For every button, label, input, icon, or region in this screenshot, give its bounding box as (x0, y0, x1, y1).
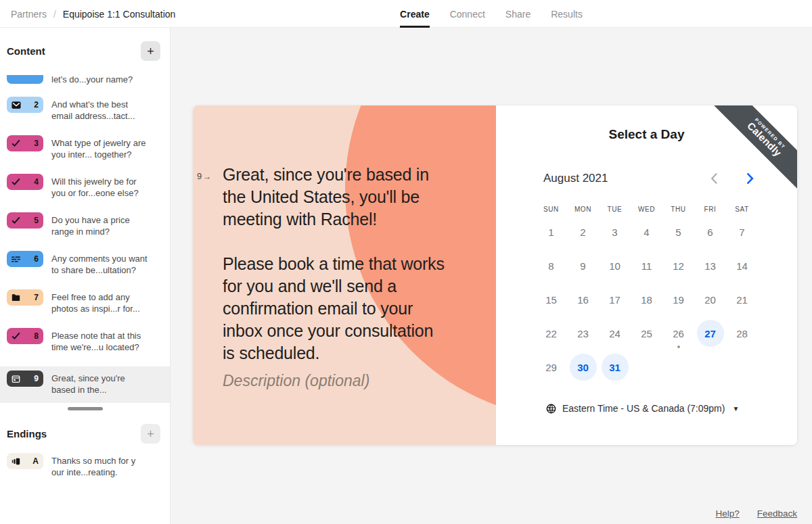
item-number: 6 (34, 254, 39, 264)
content-list-item[interactable]: 2And what's the best email address...tac… (0, 97, 170, 128)
content-list-item[interactable]: 4Will this jewelry be for you or for...e… (0, 174, 170, 205)
content-header: Content + (0, 28, 170, 70)
content-list-item[interactable]: let's do...your name? (0, 70, 170, 88)
breadcrumb-form-title[interactable]: Equipoise 1:1 Consultation (63, 9, 176, 20)
endings-list: AThanks so much for y our inte...reating… (0, 453, 170, 484)
calendar-day: 2 (570, 218, 597, 245)
calendar-day: 4 (633, 218, 660, 245)
item-label: Feel free to add any photos as inspi...r… (51, 289, 140, 314)
weekday-header-row: SUNMONTUEWEDTHUFRISAT (535, 206, 758, 213)
content-list-item[interactable]: 6Any comments you want to share be...ult… (0, 251, 170, 282)
content-list-item[interactable]: 7Feel free to add any photos as inspi...… (0, 289, 170, 320)
content-heading: Content (7, 45, 45, 57)
weekday-label: SUN (535, 206, 567, 213)
help-link[interactable]: Help? (715, 508, 739, 519)
check-icon (12, 332, 20, 340)
calendar-day: 29 (538, 354, 565, 381)
content-list-item[interactable]: 9Great, since you're based in the... (0, 366, 170, 403)
endings-heading: Endings (7, 428, 47, 439)
item-label: let's do...your name? (51, 74, 133, 85)
content-list: let's do...your name?2And what's the bes… (0, 70, 170, 403)
calendar-day: 17 (602, 286, 629, 313)
weekday-label: WED (631, 206, 662, 213)
feedback-link[interactable]: Feedback (757, 508, 797, 519)
ending-list-item[interactable]: AThanks so much for y our inte...reating… (0, 453, 170, 484)
calendar-day: 22 (538, 320, 565, 347)
footer-links: Help? Feedback (715, 508, 797, 519)
timezone-selector[interactable]: Eastern Time - US & Canada (7:09pm) ▼ (546, 403, 739, 414)
check-icon (12, 139, 20, 147)
question-preview-card: 9→ Great, since you're based in the Unit… (193, 105, 797, 445)
calendar-day[interactable]: 31 (602, 354, 629, 381)
item-type-pill: A (7, 453, 43, 469)
endings-header: Endings + (0, 410, 170, 453)
item-type-pill: 3 (7, 135, 43, 151)
breadcrumb-partners-link[interactable]: Partners (11, 9, 47, 20)
tab-results[interactable]: Results (551, 0, 583, 28)
globe-icon (546, 404, 556, 414)
item-label: And what's the best email address...tact… (51, 97, 135, 122)
calendar-day: 24 (602, 320, 629, 347)
add-content-button[interactable]: + (141, 41, 160, 61)
item-number: 5 (34, 216, 39, 225)
chevron-right-icon (746, 173, 754, 184)
ending-bars-icon (12, 457, 20, 466)
item-label: Will this jewelry be for you or for...eo… (51, 174, 139, 199)
calendar-day[interactable]: 30 (570, 354, 597, 381)
item-number: 7 (34, 293, 39, 302)
tab-share[interactable]: Share (505, 0, 531, 28)
question-text[interactable]: Great, since you're based in the United … (223, 164, 481, 364)
breadcrumb-separator: / (53, 9, 56, 20)
calendar-icon (12, 375, 20, 383)
item-label: Any comments you want to share be...ulta… (51, 251, 148, 276)
item-number: 9 (34, 374, 39, 383)
content-list-item[interactable]: 5Do you have a price range in mind? (0, 212, 170, 243)
item-type-pill: 2 (7, 97, 43, 113)
calendar-day: 19 (665, 286, 692, 313)
calendar-day: 16 (570, 286, 597, 313)
calendar-day: 7 (729, 218, 756, 245)
calendar-day: 28 (729, 320, 756, 347)
next-month-button[interactable] (742, 170, 758, 187)
weekday-label: TUE (599, 206, 631, 213)
calendar-day: 10 (602, 252, 629, 279)
description-placeholder[interactable]: Description (optional) (223, 372, 369, 390)
calendar-day: 18 (633, 286, 660, 313)
item-number: 4 (34, 177, 39, 187)
folder-icon (12, 293, 20, 302)
calendar-day: 9 (570, 252, 597, 279)
calendar-day: 5 (665, 218, 692, 245)
weekday-label: FRI (694, 206, 726, 213)
calendar-day: 15 (538, 286, 565, 313)
calendar-day: 6 (697, 218, 724, 245)
calendar-day: 8 (538, 252, 565, 279)
prev-month-button (706, 170, 722, 187)
content-list-item[interactable]: 3What type of jewelry are you inter... t… (0, 135, 170, 166)
today-dot (677, 346, 680, 348)
calendar-grid: 1234567891011121314151617181920212223242… (535, 215, 758, 384)
add-ending-button[interactable]: + (141, 424, 160, 444)
long-text-icon (12, 255, 20, 264)
caret-down-icon: ▼ (732, 405, 739, 412)
item-label: Great, since you're based in the... (51, 371, 125, 396)
top-bar: Partners / Equipoise 1:1 Consultation Cr… (0, 0, 812, 28)
tab-connect[interactable]: Connect (450, 0, 485, 28)
main-tabs: CreateConnectShareResults (171, 0, 812, 28)
calendar-day: 14 (729, 252, 756, 279)
calendar-day: 13 (697, 252, 724, 279)
calendar-day: 3 (602, 218, 629, 245)
content-list-item[interactable]: 8Please note that at this time we're...u… (0, 328, 170, 359)
weekday-label: THU (662, 206, 694, 213)
calendar-day[interactable]: 27 (697, 320, 724, 347)
item-label: Please note that at this time we're...u … (51, 328, 141, 353)
month-navigation: August 2021 (543, 172, 753, 185)
tab-create[interactable]: Create (400, 0, 430, 28)
calendar-day: 11 (633, 252, 660, 279)
item-label: Thanks so much for y our inte...reating. (51, 453, 135, 478)
item-type-pill: 8 (7, 328, 43, 344)
chevron-left-icon (710, 173, 718, 184)
item-label: Do you have a price range in mind? (51, 212, 130, 237)
breadcrumb: Partners / Equipoise 1:1 Consultation (11, 0, 175, 28)
item-type-pill: 5 (7, 212, 43, 229)
envelope-icon (12, 101, 21, 110)
